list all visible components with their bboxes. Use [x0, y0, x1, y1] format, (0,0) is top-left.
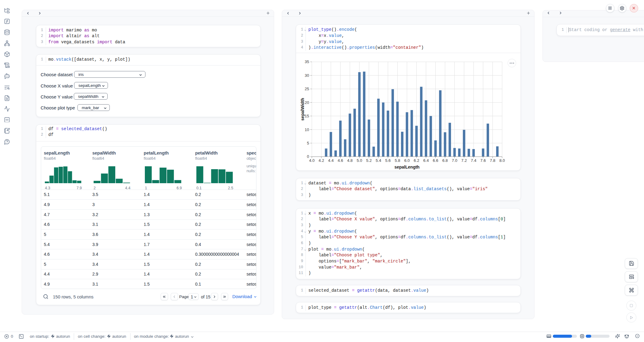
svg-text:7.6: 7.6: [481, 158, 486, 163]
svg-text:5.8: 5.8: [395, 158, 400, 163]
svg-text:6.4: 6.4: [423, 158, 429, 163]
svg-text:5: 5: [307, 141, 309, 145]
svg-text:5.4: 5.4: [376, 158, 381, 163]
svg-text:sepalLength: sepalLength: [395, 165, 420, 169]
svg-text:4.4: 4.4: [328, 158, 334, 163]
svg-text:0: 0: [307, 154, 309, 159]
svg-text:10: 10: [305, 127, 309, 132]
svg-text:sepalWidth: sepalWidth: [300, 98, 305, 121]
svg-text:4.2: 4.2: [319, 158, 324, 163]
svg-text:5.0: 5.0: [357, 158, 362, 163]
svg-text:6.6: 6.6: [433, 158, 438, 163]
svg-text:8.0: 8.0: [499, 158, 505, 163]
svg-text:30: 30: [305, 73, 309, 78]
svg-text:6.8: 6.8: [442, 158, 448, 163]
svg-text:35: 35: [305, 59, 309, 64]
svg-text:5.2: 5.2: [366, 158, 372, 163]
svg-text:4.6: 4.6: [338, 158, 343, 163]
svg-text:7.2: 7.2: [461, 158, 467, 163]
svg-text:4.0: 4.0: [309, 158, 315, 163]
svg-text:4.8: 4.8: [347, 158, 353, 163]
svg-text:25: 25: [305, 87, 309, 91]
svg-text:20: 20: [305, 100, 309, 105]
svg-text:6.2: 6.2: [414, 158, 419, 163]
svg-text:6.0: 6.0: [404, 158, 410, 163]
svg-text:7.8: 7.8: [490, 158, 496, 163]
svg-text:7.4: 7.4: [471, 158, 476, 163]
svg-text:7.0: 7.0: [452, 158, 457, 163]
svg-text:15: 15: [305, 114, 309, 118]
svg-text:5.6: 5.6: [385, 158, 391, 163]
